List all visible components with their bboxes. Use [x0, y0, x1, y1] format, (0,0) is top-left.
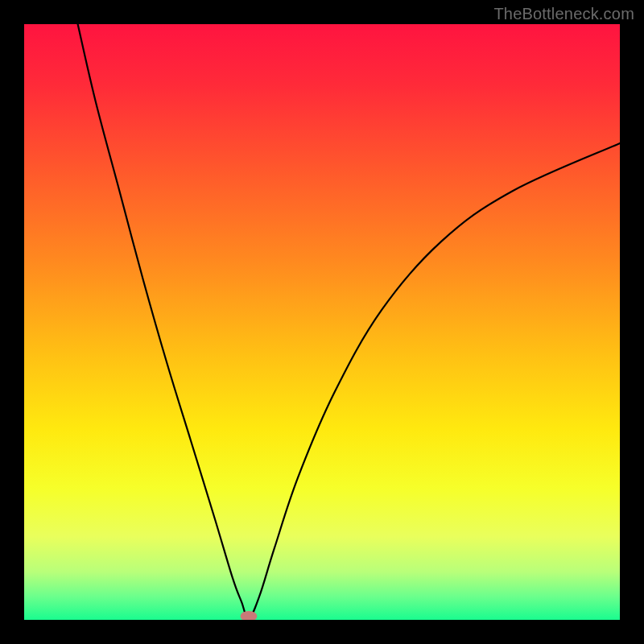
plot-svg: [24, 24, 620, 620]
plot-area: [24, 24, 620, 620]
chart-frame: TheBottleneck.com: [0, 0, 644, 644]
gradient-background: [24, 24, 620, 620]
watermark-text: TheBottleneck.com: [493, 5, 634, 23]
